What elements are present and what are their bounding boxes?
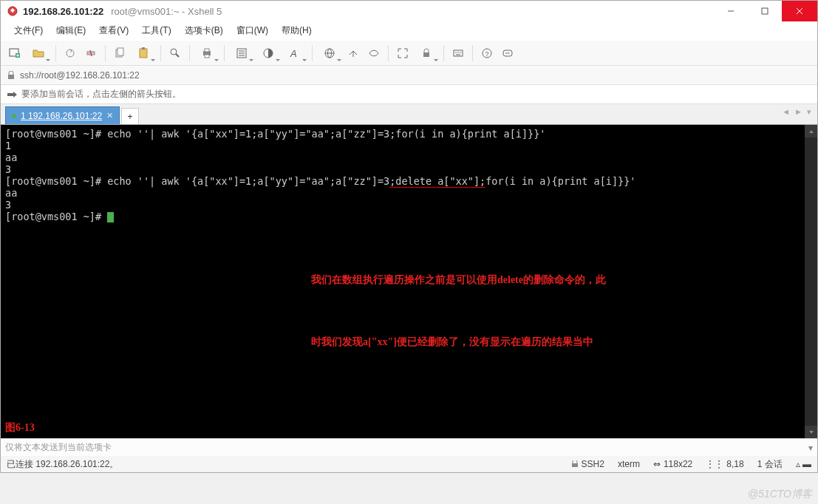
title-ip: 192.168.26.101:22 <box>23 6 103 17</box>
send-placeholder: 仅将文本发送到当前选项卡 <box>5 441 112 454</box>
annotation-text: 我们在数组执行遍历操作之前是可以使用delete的删除命令的，此 时我们发现a[… <box>311 228 606 373</box>
new-session-button[interactable] <box>5 44 24 63</box>
scroll-track[interactable] <box>805 137 817 426</box>
secure-icon <box>7 71 16 80</box>
disconnect-button[interactable] <box>81 44 100 63</box>
tab-close-icon[interactable]: ✕ <box>106 111 113 120</box>
toolbar: A ? <box>1 41 817 66</box>
menu-file[interactable]: 文件(F) <box>8 22 49 39</box>
reconnect-button[interactable] <box>61 44 80 63</box>
send-bar[interactable]: 仅将文本发送到当前选项卡 ▾ <box>1 438 817 456</box>
svg-point-16 <box>171 49 177 55</box>
close-button[interactable] <box>782 1 817 21</box>
hint-arrow-icon[interactable] <box>7 89 17 100</box>
menu-edit[interactable]: 编辑(E) <box>50 22 92 39</box>
titlebar: 192.168.26.101:22 root@vms001:~ - Xshell… <box>1 1 817 21</box>
svg-line-11 <box>90 50 92 56</box>
terminal-line: aa <box>5 187 17 199</box>
svg-point-41 <box>508 52 510 54</box>
lock-icon <box>571 460 579 468</box>
fullscreen-button[interactable] <box>393 44 412 63</box>
font-button[interactable]: A <box>282 44 307 63</box>
scroll-up-button[interactable] <box>805 125 817 137</box>
new-tab-button[interactable]: + <box>121 108 139 124</box>
hint-bar: 要添加当前会话，点击左侧的箭头按钮。 <box>1 85 817 104</box>
tab-list-button[interactable]: ▾ <box>805 107 813 117</box>
status-term: xterm <box>618 459 640 469</box>
terminal-line: for(i in a){print a[i]}}' <box>485 175 635 187</box>
svg-rect-13 <box>117 48 123 55</box>
svg-point-9 <box>67 50 74 57</box>
properties-button[interactable] <box>229 44 254 63</box>
transfer-button[interactable] <box>344 44 363 63</box>
tab-bar: 1 192.168.26.101:22 ✕ + ◄ ► ▾ <box>1 104 817 125</box>
terminal-highlight: ;delete a["xx"]; <box>389 175 485 188</box>
status-position: ⋮⋮8,18 <box>706 459 743 469</box>
menubar: 文件(F) 编辑(E) 查看(V) 工具(T) 选项卡(B) 窗口(W) 帮助(… <box>1 21 817 41</box>
status-bar: 已连接 192.168.26.101:22。 SSH2 xterm ⇔118x2… <box>1 456 817 472</box>
svg-point-34 <box>460 52 461 53</box>
help-icon[interactable]: ? <box>477 44 497 63</box>
svg-text:?: ? <box>485 50 489 58</box>
maximize-button[interactable] <box>748 1 782 21</box>
svg-rect-15 <box>142 47 145 50</box>
menu-help[interactable]: 帮助(H) <box>276 22 318 39</box>
terminal-line: 3 <box>5 199 11 211</box>
menu-view[interactable]: 查看(V) <box>93 22 134 39</box>
status-menu-icon[interactable]: ▵ ▬ <box>796 459 811 469</box>
terminal-line: aa <box>5 151 17 163</box>
menu-tabs[interactable]: 选项卡(B) <box>179 22 229 39</box>
svg-text:A: A <box>290 48 297 59</box>
address-bar[interactable]: ssh://root@192.168.26.101:22 <box>1 66 817 85</box>
svg-rect-2 <box>762 8 768 14</box>
menu-window[interactable]: 窗口(W) <box>231 22 274 39</box>
tab-nav: ◄ ► ▾ <box>780 107 813 117</box>
paste-button[interactable] <box>131 44 156 63</box>
color-scheme-button[interactable] <box>256 44 281 63</box>
status-protocol: SSH2 <box>571 459 604 469</box>
svg-rect-20 <box>205 55 209 58</box>
lock-button[interactable] <box>414 44 439 63</box>
hint-text: 要添加当前会话，点击左侧的箭头按钮。 <box>21 88 181 101</box>
send-dropdown-icon[interactable]: ▾ <box>808 443 813 453</box>
minimize-button[interactable] <box>714 1 748 21</box>
svg-rect-44 <box>572 463 578 467</box>
svg-rect-43 <box>7 93 13 96</box>
scroll-down-button[interactable] <box>805 426 817 438</box>
find-button[interactable] <box>166 44 185 63</box>
svg-point-39 <box>505 52 507 54</box>
terminal-output[interactable]: [root@vms001 ~]# echo ''| awk '{a["xx"]=… <box>1 125 817 438</box>
status-size: ⇔118x22 <box>653 459 692 469</box>
status-sessions: 1 会话 <box>757 458 783 471</box>
copy-button[interactable] <box>110 44 129 63</box>
watermark: @51CTO博客 <box>748 488 812 501</box>
title-subtitle: root@vms001:~ - Xshell 5 <box>111 6 222 17</box>
menu-tools[interactable]: 工具(T) <box>136 22 177 39</box>
encoding-button[interactable] <box>317 44 342 63</box>
svg-rect-14 <box>140 49 147 58</box>
svg-point-40 <box>507 52 508 54</box>
print-button[interactable] <box>194 44 219 63</box>
svg-rect-19 <box>205 49 209 52</box>
terminal-line: [root@vms001 ~]# echo ''| awk '{a["xx"]=… <box>5 128 546 140</box>
svg-rect-42 <box>8 75 14 79</box>
svg-rect-30 <box>423 52 429 57</box>
tunneling-button[interactable] <box>364 44 384 63</box>
tab-label: 1 192.168.26.101:22 <box>21 111 102 121</box>
svg-line-17 <box>176 54 179 57</box>
keymap-button[interactable] <box>449 44 468 63</box>
compose-button[interactable] <box>498 44 517 63</box>
svg-point-33 <box>457 52 459 53</box>
session-tab[interactable]: 1 192.168.26.101:22 ✕ <box>5 106 120 124</box>
svg-rect-31 <box>454 50 463 56</box>
open-button[interactable] <box>26 44 51 63</box>
svg-point-32 <box>455 52 457 53</box>
tab-prev-button[interactable]: ◄ <box>780 107 791 117</box>
app-icon <box>7 5 18 17</box>
terminal-line: 1 <box>5 140 11 151</box>
vertical-scrollbar[interactable] <box>805 125 817 438</box>
connection-status-icon <box>12 114 16 118</box>
terminal-line: 3 <box>5 163 11 175</box>
tab-next-button[interactable]: ► <box>793 107 804 117</box>
figure-label: 图6-13 <box>5 422 35 434</box>
